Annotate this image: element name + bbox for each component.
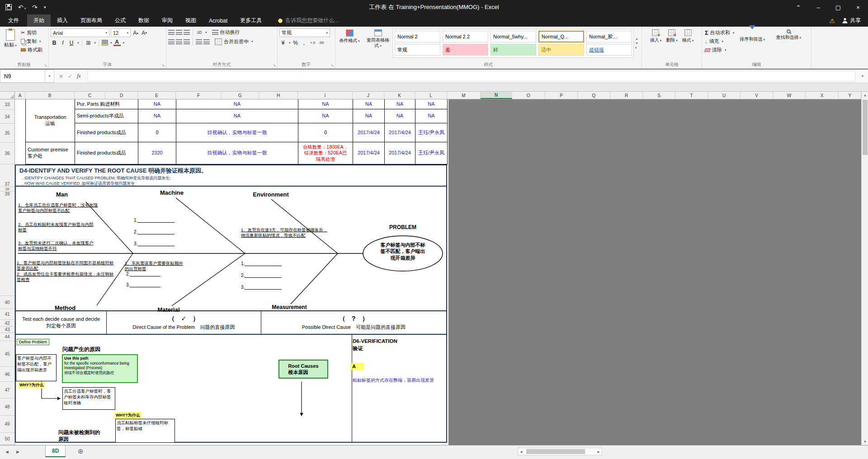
gallery-more-icon[interactable]: ▾ — [635, 46, 638, 50]
tab-acrobat[interactable]: Acrobat — [203, 14, 234, 27]
row-header-38[interactable]: 38 — [0, 187, 14, 192]
table-cell[interactable]: NA — [385, 99, 415, 109]
table-cell[interactable]: 目视确认，实物与标签一致 — [176, 142, 298, 164]
table-cell[interactable]: 王珏/尹永凤 — [415, 142, 448, 164]
table-cell-transportation[interactable]: Transportation 运输 — [26, 99, 75, 142]
table-cell[interactable]: NA — [353, 109, 385, 123]
save-icon[interactable] — [5, 4, 12, 10]
redo-icon[interactable]: ↷ — [32, 4, 38, 11]
bold-button[interactable]: B — [51, 39, 58, 47]
column-header-X[interactable]: X — [806, 92, 839, 99]
cell-style-10[interactable]: 超链接 — [586, 44, 632, 56]
select-all-corner[interactable] — [0, 92, 15, 99]
align-center-icon[interactable] — [176, 39, 182, 44]
row-header-41[interactable]: 41 — [0, 309, 14, 320]
table-cell[interactable]: NA — [176, 109, 298, 123]
align-top-icon[interactable] — [168, 30, 175, 35]
fill-color-button[interactable] — [102, 40, 108, 46]
vertical-scrollbar[interactable]: ▲ ▼ — [861, 92, 868, 445]
column-header-H[interactable]: H — [259, 92, 298, 99]
comma-button[interactable]: , — [301, 39, 308, 47]
column-header-E[interactable]: E — [138, 92, 176, 99]
scroll-left-icon[interactable]: ◄ — [519, 450, 523, 454]
tab-page-layout[interactable]: 页面布局 — [74, 14, 108, 27]
column-header-L[interactable]: L — [415, 92, 447, 99]
column-header-C[interactable]: C — [75, 92, 105, 99]
column-header-O[interactable]: O — [512, 92, 545, 99]
tab-formulas[interactable]: 公式 — [108, 14, 132, 27]
horizontal-scrollbar[interactable]: ◄ ► — [518, 448, 602, 455]
table-cell[interactable]: 目视确认，实物与标签一致 — [176, 123, 298, 142]
cancel-formula-icon[interactable]: ✕ — [59, 73, 63, 80]
row-header-37[interactable]: 37 — [0, 164, 14, 187]
alert-icon[interactable]: ⚠ — [829, 17, 835, 24]
table-cell[interactable]: 王珏/尹永凤 — [415, 123, 448, 142]
column-header-P[interactable]: P — [545, 92, 578, 99]
add-sheet-icon[interactable]: ⊕ — [78, 447, 84, 455]
alignment-dialog-launcher[interactable]: ↘ — [273, 63, 276, 67]
table-cell[interactable]: NA — [298, 99, 353, 109]
formula-input[interactable] — [87, 70, 855, 82]
cut-button[interactable]: ✂剪切 — [21, 29, 42, 36]
minimize-button[interactable]: – — [808, 0, 828, 14]
column-header-J[interactable]: J — [353, 92, 384, 99]
tab-view[interactable]: 视图 — [179, 14, 203, 27]
insert-function-icon[interactable]: fx — [77, 73, 81, 80]
table-cell[interactable]: NA — [385, 109, 415, 123]
align-left-icon[interactable] — [168, 39, 175, 44]
worksheet-area[interactable]: Transportation 运输 Customer premise 客户处 P… — [15, 99, 861, 445]
table-cell[interactable]: 2017/4/24 — [353, 142, 385, 164]
clipboard-dialog-launcher[interactable]: ↘ — [44, 63, 47, 67]
font-size-select[interactable]: 12▾ — [111, 28, 131, 37]
name-box[interactable]: N9 — [0, 70, 45, 83]
scroll-down-icon[interactable]: ▼ — [862, 438, 868, 445]
sheet-nav-left-icon[interactable]: ◄ — [5, 449, 9, 454]
maximize-button[interactable]: ▢ — [828, 0, 848, 14]
ribbon-display-options-button[interactable]: ⌃ — [788, 0, 808, 14]
table-cell-result-alert[interactable]: 合格数量：1800EA， 错误数量：520EA已 隔离处理 — [298, 142, 353, 164]
orientation-button[interactable]: ab — [196, 28, 203, 36]
column-header-D[interactable]: D — [105, 92, 138, 99]
wrap-text-button[interactable]: 自动换行 — [212, 29, 240, 36]
format-painter-button[interactable]: 格式刷 — [21, 47, 42, 53]
column-header-S[interactable]: S — [643, 92, 675, 99]
horizontal-scroll-thumb[interactable] — [526, 449, 585, 454]
column-header-M[interactable]: M — [447, 92, 481, 99]
cell-style-4[interactable]: Normal_Q... — [538, 31, 584, 42]
tab-file[interactable]: 文件 — [0, 14, 27, 27]
table-cell[interactable]: NA — [353, 99, 385, 109]
align-bottom-icon[interactable] — [184, 30, 190, 35]
cell-style-2[interactable]: Normal 2 2 — [443, 31, 488, 42]
number-dialog-launcher[interactable]: ↘ — [330, 63, 334, 67]
table-cell[interactable]: 2320 — [138, 142, 176, 164]
gallery-down-icon[interactable]: ▼ — [635, 42, 638, 45]
row-header-47[interactable]: 47 — [0, 382, 14, 398]
tab-insert[interactable]: 插入 — [51, 14, 74, 27]
clear-button[interactable]: 清除▾ — [705, 47, 734, 53]
find-select-button[interactable]: 查找和选择▾ — [770, 28, 807, 59]
enter-formula-icon[interactable]: ✓ — [68, 73, 72, 80]
table-cell[interactable]: NA — [138, 109, 176, 123]
name-box-dropdown-icon[interactable]: ▾ — [45, 70, 54, 83]
column-header-F[interactable]: F — [176, 92, 222, 99]
cell-style-5[interactable]: Normal_胶... — [586, 31, 632, 42]
decrease-indent-icon[interactable] — [196, 39, 202, 44]
column-header-Y[interactable]: Y — [839, 92, 861, 99]
table-cell[interactable]: NA — [298, 109, 353, 123]
row-header-44[interactable]: 44 — [0, 333, 14, 341]
cell-style-6[interactable]: 常规 — [395, 44, 440, 56]
table-cell[interactable]: 0 — [298, 123, 353, 142]
cell-style-3[interactable]: Normal_5why... — [491, 31, 536, 42]
column-header-A[interactable]: A — [15, 92, 25, 99]
share-button[interactable]: 共享 — [842, 17, 861, 24]
delete-cells-button[interactable]: 删除▾ — [665, 28, 679, 59]
row-header-34[interactable]: 34 — [0, 110, 14, 124]
row-header-46[interactable]: 46 — [0, 367, 14, 382]
gallery-up-icon[interactable]: ▲ — [635, 37, 638, 40]
undo-icon[interactable]: ↶▾ — [18, 4, 26, 11]
merge-center-button[interactable]: 合并后居中▾ — [215, 38, 253, 45]
insert-cells-button[interactable]: 插入▾ — [649, 28, 663, 59]
formula-bar-expand-icon[interactable]: ▾ — [857, 70, 868, 83]
column-header-U[interactable]: U — [708, 92, 741, 99]
row-header-48[interactable]: 48 — [0, 398, 14, 416]
